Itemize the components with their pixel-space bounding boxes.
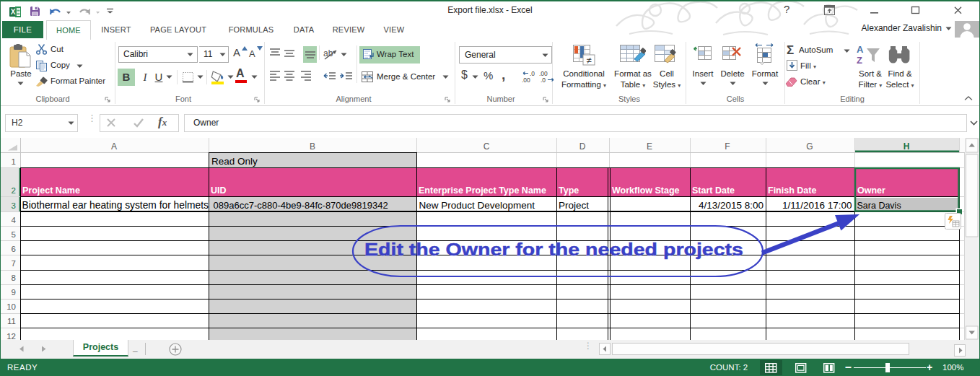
svg-text:Biothermal ear heating system: Biothermal ear heating system for helmet… [22,200,209,211]
svg-text:H: H [904,141,910,152]
svg-text:Edit the Owner for the needed: Edit the Owner for the needed projects [364,240,743,259]
svg-text:Owner: Owner [857,185,885,196]
svg-text:Finish Date: Finish Date [768,185,816,196]
svg-text:12: 12 [6,332,16,341]
svg-text:C: C [484,141,490,152]
svg-text:Project: Project [559,200,589,211]
svg-text:Enterprise Project Type Name: Enterprise Project Type Name [419,185,546,196]
svg-text:G: G [806,141,813,152]
svg-text:A: A [857,44,864,55]
svg-text:8: 8 [12,274,16,282]
svg-text:3: 3 [12,201,16,210]
svg-text:.00: .00 [522,76,530,83]
svg-text:Workflow Stage: Workflow Stage [612,185,680,196]
svg-text:5: 5 [12,230,16,239]
svg-text:A: A [111,141,117,152]
svg-text:Read Only: Read Only [211,156,258,167]
svg-text:10: 10 [6,302,16,311]
svg-text:11: 11 [7,317,16,325]
svg-text:Type: Type [559,185,579,196]
svg-text:E: E [647,141,652,152]
svg-text:2: 2 [12,186,16,195]
svg-text:1/11/2016 17:00: 1/11/2016 17:00 [782,200,852,211]
svg-text:9: 9 [12,288,16,297]
svg-text:Z: Z [857,55,862,66]
svg-text:New Product Development: New Product Development [419,200,535,211]
svg-text:.0: .0 [530,70,535,77]
svg-text:4: 4 [12,216,17,224]
svg-text:7: 7 [12,259,16,268]
svg-text:1: 1 [12,157,16,166]
svg-text:D: D [579,141,586,152]
svg-text:UID: UID [211,185,227,196]
svg-text:≠: ≠ [586,55,591,66]
svg-text:4/13/2015 8:00: 4/13/2015 8:00 [699,200,764,211]
svg-text:Start Date: Start Date [692,185,735,196]
svg-text:B: B [310,141,315,152]
svg-text:Sara Davis: Sara Davis [857,201,901,211]
svg-text:6: 6 [12,245,16,253]
svg-text:Project Name: Project Name [22,185,80,196]
svg-text:F: F [725,141,730,152]
svg-text:.0: .0 [541,76,546,83]
svg-text:089a6cc7-c880-4be9-84fc-870de9: 089a6cc7-c880-4be9-84fc-870de9819342 [214,200,388,211]
